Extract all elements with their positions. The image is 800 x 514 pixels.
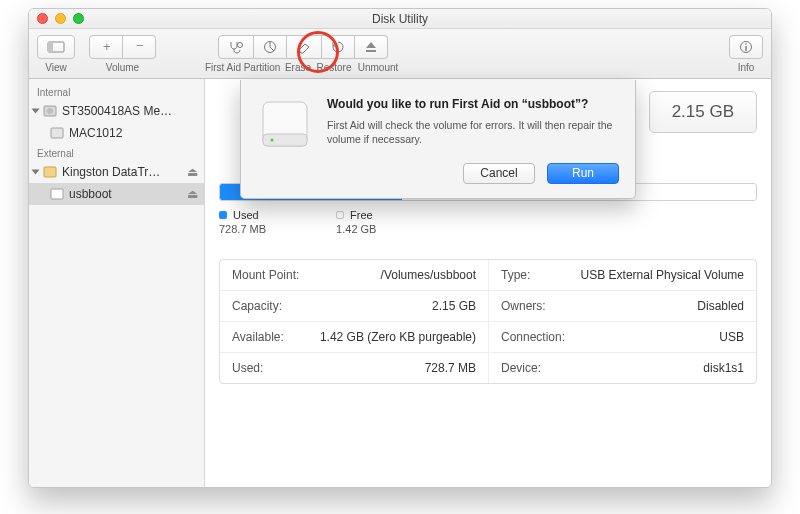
unmount-button[interactable] (355, 35, 388, 59)
hdd-icon (42, 103, 58, 119)
swatch-free (336, 211, 344, 219)
eject-icon (364, 40, 378, 54)
free-value: 1.42 GB (336, 223, 376, 235)
first-aid-button[interactable] (218, 35, 254, 59)
capacity-badge: 2.15 GB (649, 91, 757, 133)
volume-external-icon (49, 186, 65, 202)
info-row-type: Type:USB External Physical Volume (488, 260, 756, 291)
sidebar-item-mac1012[interactable]: MAC1012 (29, 122, 204, 144)
disclosure-icon[interactable] (32, 109, 40, 114)
fullscreen-button[interactable] (73, 13, 84, 24)
window: Disk Utility View + − Volume (28, 8, 772, 488)
usb-disk-icon (42, 164, 58, 180)
svg-rect-1 (48, 42, 53, 52)
minimize-button[interactable] (55, 13, 66, 24)
svg-point-4 (238, 42, 243, 47)
view-button[interactable] (37, 35, 75, 59)
dialog-title: Would you like to run First Aid on “usbb… (327, 96, 619, 112)
volume-icon (49, 125, 65, 141)
svg-text:+: + (103, 41, 111, 53)
restore-label: Restore (314, 62, 354, 73)
sidebar-item-usbboot[interactable]: usbboot ⏏ (29, 183, 204, 205)
toolbar: View + − Volume First Aid Partition Eras… (29, 29, 771, 79)
sidebar-item-internal-disk[interactable]: ST3500418AS Me… (29, 100, 204, 122)
sidebar-item-label: MAC1012 (69, 126, 198, 140)
sidebar-item-external-disk[interactable]: Kingston DataTr… ⏏ (29, 161, 204, 183)
partition-label: Partition (242, 62, 282, 73)
eject-icon[interactable]: ⏏ (187, 165, 198, 179)
sidebar-item-label: Kingston DataTr… (62, 165, 183, 179)
cancel-button[interactable]: Cancel (463, 163, 535, 184)
svg-text:−: − (136, 41, 144, 53)
info-row-owners: Owners:Disabled (488, 291, 756, 322)
info-row-capacity: Capacity:2.15 GB (220, 291, 488, 322)
window-title: Disk Utility (372, 12, 428, 26)
info-grid: Mount Point:/Volumes/usbboot Type:USB Ex… (219, 259, 757, 384)
svg-point-17 (271, 139, 274, 142)
used-value: 728.7 MB (219, 223, 266, 235)
swatch-used (219, 211, 227, 219)
sidebar-item-label: ST3500418AS Me… (62, 104, 198, 118)
run-button[interactable]: Run (547, 163, 619, 184)
eraser-icon (296, 40, 312, 54)
close-button[interactable] (37, 13, 48, 24)
svg-point-11 (47, 108, 53, 114)
sidebar-head-internal: Internal (29, 83, 204, 100)
first-aid-dialog: Would you like to run First Aid on “usbb… (240, 80, 636, 199)
sidebar: Internal ST3500418AS Me… MAC1012 Externa… (29, 79, 205, 487)
used-label: Used (233, 209, 259, 221)
volume-add-button[interactable]: + (89, 35, 123, 59)
svg-rect-13 (44, 167, 56, 177)
svg-rect-12 (51, 128, 63, 138)
volume-remove-button[interactable]: − (123, 35, 156, 59)
dialog-message: First Aid will check the volume for erro… (327, 118, 619, 146)
info-row-connection: Connection:USB (488, 322, 756, 353)
info-button[interactable] (729, 35, 763, 59)
info-label: Info (738, 62, 755, 73)
drive-icon (257, 96, 313, 152)
svg-rect-14 (51, 189, 63, 199)
stethoscope-icon (228, 40, 244, 54)
pie-icon (263, 40, 277, 54)
volume-label: Volume (106, 62, 139, 73)
partition-button[interactable] (254, 35, 287, 59)
sidebar-head-external: External (29, 144, 204, 161)
restore-button[interactable] (322, 35, 355, 59)
view-label: View (45, 62, 67, 73)
info-row-device: Device:disk1s1 (488, 353, 756, 383)
info-row-mount: Mount Point:/Volumes/usbboot (220, 260, 488, 291)
svg-rect-16 (263, 134, 307, 146)
disclosure-icon[interactable] (32, 170, 40, 175)
erase-label: Erase (282, 62, 314, 73)
erase-button[interactable] (287, 35, 322, 59)
titlebar: Disk Utility (29, 9, 771, 29)
first-aid-label: First Aid (204, 62, 242, 73)
info-row-available: Available:1.42 GB (Zero KB purgeable) (220, 322, 488, 353)
info-icon (739, 40, 753, 54)
info-row-used: Used:728.7 MB (220, 353, 488, 383)
svg-rect-6 (366, 50, 376, 52)
restore-icon (331, 40, 345, 54)
svg-point-8 (745, 43, 747, 45)
svg-rect-9 (745, 46, 746, 51)
eject-icon[interactable]: ⏏ (187, 187, 198, 201)
sidebar-item-label: usbboot (69, 187, 183, 201)
unmount-label: Unmount (354, 62, 402, 73)
free-label: Free (350, 209, 373, 221)
